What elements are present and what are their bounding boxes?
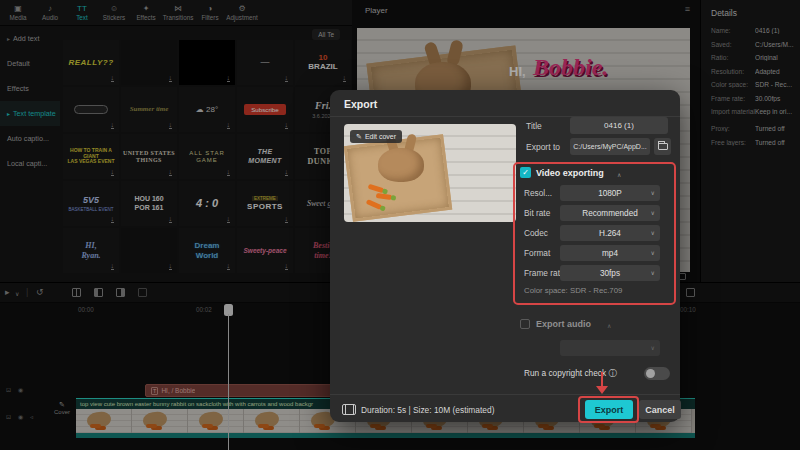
color-space-note: Color space: SDR - Rec.709 <box>524 286 622 295</box>
export-summary: Duration: 5s | Size: 10M (estimated) <box>361 405 494 415</box>
select-value: Recommended <box>582 209 638 218</box>
copyright-check-toggle[interactable] <box>644 367 670 380</box>
edit-cover-label: Edit cover <box>365 133 396 140</box>
chevron-down-icon: ∨ <box>651 250 655 256</box>
collapse-icon[interactable]: ∧ <box>617 171 621 178</box>
copyright-check-label: Run a copyright check ⓘ <box>524 368 617 379</box>
folder-icon <box>658 143 668 150</box>
browse-folder-button[interactable] <box>654 138 671 155</box>
capcut-app: ▣Media♪AudioTTText☺Stickers✦Effects⋈Tran… <box>0 0 800 450</box>
dialog-title: Export <box>344 98 377 110</box>
annotation-arrow-head <box>596 386 608 394</box>
video-setting-row: Resol...1080P∨ <box>330 185 680 201</box>
toggle-knob <box>646 369 655 378</box>
cancel-button[interactable]: Cancel <box>639 400 681 419</box>
export-to-label: Export to <box>526 142 560 152</box>
chevron-down-icon: ∨ <box>651 190 655 196</box>
setting-label-frame-rate: Frame rate <box>524 268 565 278</box>
video-setting-row: Frame rate30fps∨ <box>330 265 680 281</box>
select-value: 30fps <box>600 269 620 278</box>
select-value: mp4 <box>602 249 618 258</box>
edit-cover-button[interactable]: ✎ Edit cover <box>350 130 402 143</box>
collapse-icon[interactable]: ∧ <box>607 322 611 329</box>
video-exporting-label: Video exporting <box>536 168 604 178</box>
info-icon[interactable]: ⓘ <box>608 368 616 378</box>
video-exporting-checkbox[interactable]: ✓ <box>520 167 531 178</box>
select-codec[interactable]: H.264∨ <box>560 225 660 241</box>
select-bit-rate[interactable]: Recommended∨ <box>560 205 660 221</box>
export-path-input[interactable]: C:/Users/MyPC/AppD... <box>570 138 650 155</box>
setting-label-codec: Codec <box>524 228 548 238</box>
setting-label-bit-rate: Bit rate <box>524 208 550 218</box>
title-input[interactable]: 0416 (1) <box>570 117 668 134</box>
export-audio-checkbox[interactable] <box>520 319 530 329</box>
copyright-check-text: Run a copyright check <box>524 368 606 378</box>
select-value: H.264 <box>599 229 621 238</box>
cover-bunny <box>378 148 424 182</box>
chevron-down-icon: ∨ <box>651 270 655 276</box>
video-setting-row: Formatmp4∨ <box>330 245 680 261</box>
select-frame-rate[interactable]: 30fps∨ <box>560 265 660 281</box>
select-format[interactable]: mp4∨ <box>560 245 660 261</box>
footer-divider <box>330 394 680 395</box>
export-audio-label: Export audio <box>536 319 591 329</box>
export-button[interactable]: Export <box>585 400 633 419</box>
chevron-down-icon: ∨ <box>651 345 655 351</box>
title-field-label: Title <box>526 121 542 131</box>
chevron-down-icon: ∨ <box>651 230 655 236</box>
chevron-down-icon: ∨ <box>651 210 655 216</box>
select-resol[interactable]: 1080P∨ <box>560 185 660 201</box>
audio-format-select[interactable]: ∨ <box>560 340 660 356</box>
video-setting-row: CodecH.264∨ <box>330 225 680 241</box>
video-setting-row: Bit rateRecommended∨ <box>330 205 680 221</box>
setting-label-resol: Resol... <box>524 188 552 198</box>
setting-label-format: Format <box>524 248 550 258</box>
pencil-icon: ✎ <box>356 133 362 141</box>
export-dialog: Export ✎ Edit cover Title 0416 (1) Expor… <box>330 90 680 422</box>
film-icon <box>342 404 356 415</box>
select-value: 1080P <box>598 189 622 198</box>
